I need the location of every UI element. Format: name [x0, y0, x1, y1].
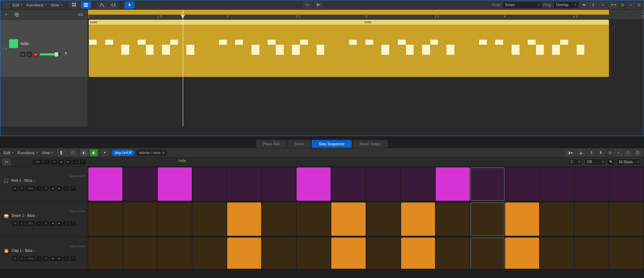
seq-step-cell[interactable] — [227, 238, 261, 269]
seq-track-row[interactable]: 🎧Kick 1 - Ibiza ⇅Step On/OffMS/16 ⇅→⟲◄►⌄… — [0, 167, 88, 202]
playhead[interactable] — [183, 10, 183, 126]
pointer-tool[interactable]: ↖▾ — [303, 1, 312, 9]
seq-step-cell[interactable] — [158, 238, 192, 269]
automation-curve-button[interactable] — [97, 1, 107, 9]
seq-step-cell[interactable] — [88, 238, 122, 269]
seq-step-cell[interactable] — [575, 238, 609, 269]
seq-v-half-button[interactable]: ⬍ — [597, 149, 605, 156]
seq-sound-button[interactable]: 🔈 — [577, 149, 586, 156]
tab-smart-tempo[interactable]: Smart Tempo — [352, 140, 388, 148]
seq-step-cell[interactable] — [227, 167, 261, 201]
seq-row-more[interactable]: ⌄ — [63, 221, 69, 226]
seq-step-cell[interactable] — [470, 167, 504, 201]
seq-dual-button[interactable]: ◫ — [634, 149, 642, 156]
mode-velocity-value[interactable]: Velocity / Value ⇅ — [136, 150, 167, 156]
seq-step-cell[interactable] — [297, 238, 331, 269]
seq-step-cell[interactable] — [470, 203, 504, 236]
tab-piano-roll[interactable]: Piano Roll — [256, 140, 287, 148]
midi-region[interactable]: Indie Indie — [89, 20, 609, 77]
seq-row-prev[interactable]: ◄ — [50, 186, 55, 191]
seq-row-dir[interactable]: → — [36, 256, 42, 261]
tab-step-sequencer[interactable]: Step Sequencer — [312, 140, 352, 148]
seq-step-cell[interactable] — [331, 238, 365, 269]
seq-step-cell[interactable] — [540, 203, 574, 236]
zoom-h-button[interactable]: ⟷ — [609, 1, 619, 9]
seq-add-row-button[interactable]: +▾ — [2, 158, 11, 166]
zoom-v-button[interactable]: ⇕ — [589, 1, 597, 9]
seq-row-loop[interactable]: ⟲ — [43, 256, 49, 261]
up-arrow-button[interactable]: ↑ — [3, 1, 10, 9]
seq-step-cell[interactable] — [262, 238, 296, 269]
mode-step-on-off[interactable]: Step On/Off — [112, 150, 134, 156]
seq-step-cell[interactable] — [401, 203, 435, 236]
seq-step-cell[interactable] — [88, 203, 122, 236]
seq-row-prev[interactable]: ◄ — [50, 256, 55, 261]
seq-row-up[interactable]: ⌃ — [70, 186, 76, 191]
seq-live-button[interactable]: ✦ — [101, 149, 109, 156]
zoom-fit-button[interactable]: ↔ — [599, 1, 607, 9]
seq-more-button[interactable]: ⌄ — [73, 160, 78, 165]
seq-step-cell[interactable] — [192, 238, 226, 269]
add-track-button[interactable]: + — [3, 11, 10, 18]
seq-step-cell[interactable] — [470, 238, 504, 269]
seq-row-up[interactable]: ⌃ — [70, 221, 76, 226]
seq-step-cell[interactable] — [505, 203, 539, 236]
scroll-button[interactable]: ↔ — [626, 1, 635, 9]
seq-step-cell[interactable] — [158, 167, 192, 201]
seq-row-next[interactable]: ► — [57, 186, 62, 191]
seq-edit-menu[interactable]: Edit — [2, 151, 15, 155]
seq-up-button[interactable]: ⌃ — [80, 160, 86, 165]
seq-row-prev[interactable]: ◄ — [50, 221, 55, 226]
seq-step-cell[interactable] — [436, 167, 470, 201]
seq-row-dir[interactable]: → — [36, 186, 42, 191]
disclosure-icon[interactable]: ▸ — [5, 47, 7, 50]
seq-view-menu[interactable]: View — [40, 151, 55, 155]
seq-step-cell[interactable] — [297, 203, 331, 236]
seq-step-cell[interactable] — [609, 203, 643, 236]
seq-inspector-button[interactable] — [57, 149, 67, 156]
seq-row-solo[interactable]: S — [19, 256, 25, 261]
seq-row-div[interactable]: /16 ⇅ — [26, 186, 35, 191]
seq-step-cell[interactable] — [331, 167, 365, 201]
seq-oct-down[interactable]: ◄ — [58, 160, 64, 165]
seq-step-cell[interactable] — [609, 238, 643, 269]
seq-row-mute[interactable]: M — [12, 256, 18, 261]
seq-step-cell[interactable] — [436, 238, 470, 269]
seq-row-div[interactable]: /16 ⇅ — [26, 256, 35, 261]
seq-track-row[interactable]: 🥁Snare 1 - Ibiza ⇅Step On/OffMS/16 ⇅→⟲◄►… — [0, 202, 88, 237]
seq-steps-select[interactable]: 16 Steps — [616, 158, 641, 166]
seq-step-cell[interactable] — [123, 167, 157, 201]
seq-step-cell[interactable] — [366, 203, 400, 236]
seq-step-cell[interactable] — [505, 167, 539, 201]
seq-step-cell[interactable] — [575, 203, 609, 236]
seq-row-next[interactable]: ► — [57, 256, 62, 261]
seq-step-cell[interactable] — [366, 167, 400, 201]
seq-row-solo[interactable]: S — [19, 186, 25, 191]
seq-key-select[interactable]: C — [568, 158, 582, 166]
seq-window-button[interactable]: ▢ — [624, 149, 632, 156]
catch-playhead-button[interactable] — [125, 1, 135, 9]
seq-row-up[interactable]: ⌃ — [70, 256, 76, 261]
snap-select[interactable]: Smart — [503, 1, 542, 9]
seq-dir-button[interactable]: → — [44, 160, 50, 165]
seq-mono-button[interactable]: ◑● — [565, 149, 575, 156]
solo-button[interactable]: S — [27, 52, 32, 57]
seq-row-div[interactable]: /16 ⇅ — [26, 221, 35, 226]
alt-tool[interactable]: ✥▾ — [314, 1, 323, 9]
list-view-button[interactable] — [81, 1, 91, 9]
seq-step-cell[interactable] — [192, 203, 226, 236]
seq-step-cell[interactable] — [123, 238, 157, 269]
record-enable-button[interactable]: R — [33, 52, 38, 57]
seq-v-zoom-button[interactable]: ⇕ — [587, 149, 595, 156]
seq-row-mute[interactable]: M — [12, 221, 18, 226]
seq-step-cell[interactable] — [297, 167, 331, 201]
seq-step-cell[interactable] — [366, 238, 400, 269]
seq-preview-button[interactable]: ◐ — [90, 149, 98, 156]
track-name-label[interactable]: Indie — [20, 42, 29, 46]
view-menu[interactable]: View — [49, 3, 64, 7]
track-row[interactable]: 1 ▸ Indie M S R — [0, 20, 88, 77]
seq-step-cell[interactable] — [609, 167, 643, 201]
global-tracks-button[interactable] — [75, 11, 86, 18]
seq-row-loop[interactable]: ⟲ — [43, 186, 49, 191]
seq-step-cell[interactable] — [227, 203, 261, 236]
